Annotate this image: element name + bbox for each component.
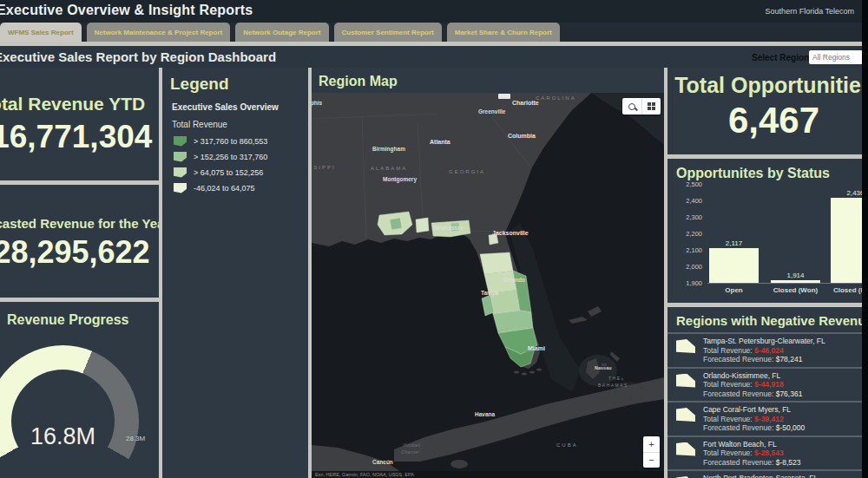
- select-region-label: Select Region: [752, 53, 809, 62]
- map-label-the-bahamas: BAHAMAS: [598, 383, 628, 388]
- total-revenue-value: $-39,412: [754, 415, 784, 423]
- y-tick: 2,100: [686, 247, 702, 254]
- list-item: Fort Walton Beach, FL Total Revenue: $-2…: [667, 435, 868, 470]
- region-shape-icon: [676, 339, 695, 353]
- legend-item: -46,024 to 64,075: [162, 180, 308, 195]
- x-category-label: Open: [709, 286, 759, 294]
- map-label-jacksonville: Jacksonville: [492, 230, 529, 236]
- region-name: Cape Coral-Fort Myers, FL: [703, 405, 805, 415]
- map-label-georgia: GEORGIA: [449, 169, 485, 174]
- region-shape-icon: [676, 408, 695, 422]
- legend-title: Legend: [162, 68, 308, 94]
- tab-customer-sentiment-report[interactable]: Customer Sentiment Report: [334, 23, 442, 42]
- forecasted-revenue-label: Forecasted Revenue:: [703, 423, 773, 432]
- map-label-greenville: Greenville: [478, 108, 506, 115]
- total-opportunities-title: Total Opportunities: [667, 73, 868, 98]
- map-canvas[interactable]: Memphis MISSISSIPPI CAROLINA Charlotte G…: [312, 93, 664, 478]
- tab-wfms-sales-report[interactable]: WFMS Sales Report: [0, 23, 82, 42]
- negative-revenue-panel: Regions with Negative Revenue Tampa-St. …: [667, 307, 868, 478]
- report-tabs: WFMS Sales Report Network Maintenance & …: [0, 23, 560, 42]
- screen-edge: [862, 0, 868, 478]
- map-label-yucatan-channel: Yucatan: [403, 442, 420, 448]
- opportunities-by-status-panel: Opportunites by Status 2,500 2,400 2,300…: [667, 159, 868, 303]
- legend-item-label: > 64,075 to 152,256: [194, 168, 263, 177]
- list-item: Cape Coral-Fort Myers, FL Total Revenue:…: [667, 401, 868, 435]
- chart-plot-area: 2,117 1,914 2,436: [707, 188, 868, 284]
- region-select-value: All Regions: [812, 53, 850, 62]
- company-name: Southern Florida Telecom: [766, 7, 854, 16]
- total-revenue-value: $-28,543: [754, 449, 784, 457]
- forecasted-revenue-value: $78,241: [776, 355, 803, 363]
- region-name: Tampa-St. Petersburg-Clearwater, FL: [703, 337, 825, 346]
- map-label-memphis: Memphis: [312, 100, 323, 107]
- tab-network-maintenance-project-report[interactable]: Network Maintenance & Project Report: [87, 23, 231, 42]
- map-label-charlotte: Charlotte: [512, 100, 539, 106]
- bar-closed-won: 1,914: [771, 272, 820, 283]
- map-label-carolina: CAROLINA: [536, 95, 576, 101]
- negative-revenue-title: Regions with Negative Revenue: [667, 307, 868, 328]
- cuba-shape: [394, 377, 664, 462]
- tab-market-share-churn-report[interactable]: Market Share & Churn Report: [447, 23, 560, 42]
- map-svg: Memphis MISSISSIPPI CAROLINA Charlotte G…: [312, 93, 664, 478]
- total-revenue-label: Total Revenue:: [703, 449, 753, 457]
- map-label-havana: Havana: [475, 411, 496, 417]
- total-opportunities-value: 6,467: [667, 100, 868, 141]
- map-label-cancun: Cancún: [372, 459, 393, 465]
- y-tick: 2,400: [686, 198, 702, 205]
- map-label-alabama: ALABAMA: [371, 166, 407, 171]
- forecasted-revenue-value: $28,295,622: [0, 234, 159, 271]
- tab-network-outage-report[interactable]: Network Outage Report: [235, 23, 328, 42]
- x-category-label: Closed (Won): [771, 286, 820, 294]
- total-revenue-label: Total Revenue:: [703, 380, 753, 389]
- legend-swatch-icon: [174, 136, 187, 147]
- legend-item: > 152,256 to 317,760: [162, 149, 308, 164]
- legend-item: > 64,075 to 152,256: [162, 165, 308, 180]
- map-label-columbia: Columbia: [508, 133, 536, 139]
- bar-value-label: 2,117: [726, 239, 742, 247]
- total-revenue-ytd-panel: Total Revenue YTD $16,771,304: [0, 68, 159, 180]
- region-map-title: Region Map: [312, 68, 664, 89]
- revenue-progress-panel: Revenue Progress 16.8M 28.3M: [0, 302, 159, 478]
- forecasted-revenue-value: $-8,523: [776, 458, 801, 467]
- legend-subtitle: Executive Sales Overview: [162, 94, 308, 112]
- bar-open: 2,117: [709, 239, 759, 283]
- bar: [709, 248, 759, 283]
- region-shape-icon: [676, 442, 695, 456]
- dashboard: Executive Overview & Insight Reports Sou…: [0, 0, 868, 478]
- map-label-atlanta: Atlanta: [430, 139, 450, 145]
- list-item: Tampa-St. Petersburg-Clearwater, FL Tota…: [667, 332, 868, 367]
- island-shape: [450, 460, 468, 468]
- map-label-nassau: Nassau: [595, 365, 612, 370]
- zoom-out-button[interactable]: −: [643, 453, 660, 468]
- map-toolbar: [622, 98, 661, 115]
- map-attribution: Esri, HERE, Garmin, FAO, NOAA, USGS, EPA: [312, 471, 664, 478]
- list-item: Orlando-Kissimmee, FL Total Revenue: $-4…: [667, 367, 868, 402]
- total-opportunities-panel: Total Opportunities 6,467: [667, 68, 868, 154]
- app-header: Executive Overview & Insight Reports Sou…: [0, 0, 868, 23]
- region-select[interactable]: All Regions: [809, 50, 863, 64]
- legend-item: > 317,760 to 860,553: [162, 134, 308, 148]
- total-revenue-label: Total Revenue:: [703, 346, 753, 355]
- basemap-grid-icon: [648, 102, 655, 110]
- map-label-mississippi: MISSISSIPPI: [312, 165, 336, 170]
- legend-item-label: -46,024 to 64,075: [194, 184, 255, 193]
- basemap-button[interactable]: [641, 98, 661, 115]
- search-icon: [628, 103, 635, 110]
- total-revenue-value: $-46,024: [754, 346, 784, 355]
- esri-logo: [498, 94, 510, 99]
- y-tick: 2,300: [686, 214, 702, 221]
- forecasted-revenue-label: Forecasted Revenue:: [703, 458, 773, 467]
- legend-swatch-icon: [174, 152, 187, 162]
- bar: [771, 280, 820, 283]
- map-label-orlando: Orlando: [503, 277, 525, 283]
- bar-value-label: 1,914: [786, 272, 804, 279]
- map-label-tampa: Tampa: [481, 290, 499, 297]
- map-search-button[interactable]: [622, 98, 641, 115]
- map-label-birmingham: Birmingham: [372, 146, 405, 153]
- legend-swatch-icon: [174, 167, 187, 178]
- list-item: North Port-Bradenton-Sarasota, FL Total …: [667, 469, 868, 478]
- zoom-in-button[interactable]: +: [643, 436, 660, 453]
- dashboard-subheader: Executive Sales Report by Region Dashboa…: [0, 46, 868, 68]
- app-title: Executive Overview & Insight Reports: [0, 3, 253, 18]
- total-revenue-ytd-value: $16,771,304: [0, 119, 159, 155]
